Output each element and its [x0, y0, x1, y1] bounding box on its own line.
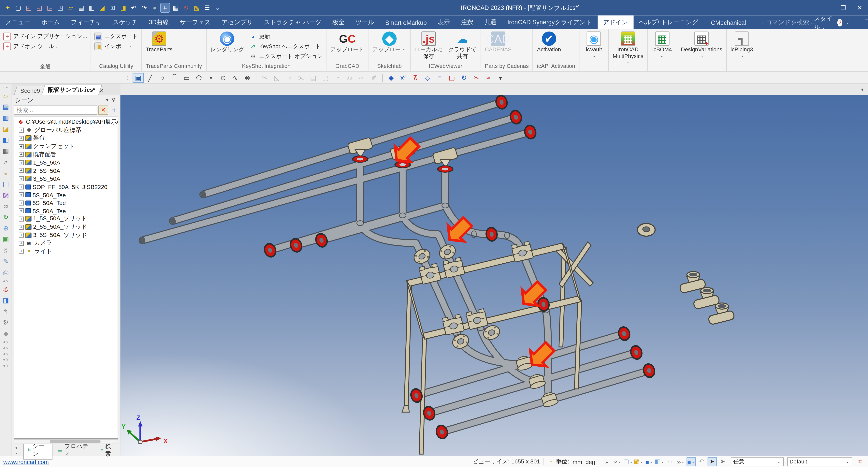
tab-IronCAD Synergyクライアント[interactable]: IronCAD Synergyクライアント	[502, 15, 597, 29]
edit-mode-icon[interactable]: ◧⌄	[655, 457, 664, 466]
open-catalog-icon[interactable]: ▱	[1, 91, 11, 100]
button-KeyShot へエクスポート[interactable]: ⇗KeyShot へエクスポート	[248, 41, 324, 51]
table-icon[interactable]: ▤	[1, 179, 11, 189]
doc-restore-button[interactable]: ❐	[864, 19, 868, 26]
tree-expander[interactable]: +	[19, 232, 24, 238]
scene-browser-icon[interactable]: ⌗	[161, 3, 169, 12]
collapse6[interactable]: ◂ ⋎	[1, 364, 11, 368]
sync-icon[interactable]: ↻	[1, 213, 11, 222]
qat-more-icon[interactable]: ⌄	[213, 3, 222, 12]
wave-icon[interactable]: ≈	[483, 72, 494, 83]
panel-pin-icon[interactable]: ⚲	[110, 97, 117, 103]
tree-item-SOP_FF_50A_5K_JISB2220[interactable]: +SOP_FF_50A_5K_JISB2220	[16, 183, 118, 191]
search-clear-button[interactable]: ✕	[98, 105, 108, 115]
button-icBOM4[interactable]: ▦icBOM4⌄	[649, 30, 675, 59]
help-icon[interactable]: ?	[837, 19, 842, 26]
command-search[interactable]: ○ コマンドを検索...	[759, 15, 814, 29]
solid-mode-icon[interactable]: ■⌄	[644, 457, 654, 466]
doc-minimize-button[interactable]: ─	[853, 19, 860, 26]
cursor-icon[interactable]: ➤	[718, 457, 727, 466]
list-options-icon[interactable]: ☰	[203, 3, 212, 12]
button-アップロード[interactable]: ◆アップロード	[370, 30, 408, 54]
rectangle-tool-icon[interactable]: ▭	[181, 72, 192, 83]
tab-アドイン[interactable]: アドイン	[597, 15, 633, 29]
tab-スケッチ[interactable]: スケッチ	[107, 15, 143, 29]
button-レンダリング[interactable]: ◉レンダリング	[208, 30, 246, 54]
config-combo[interactable]: Default⌄	[787, 457, 852, 466]
tree-item-C:¥Users¥a-mat¥Desktop¥API展示会セッ[interactable]: ❖C:¥Users¥a-mat¥Desktop¥API展示会セッ	[16, 118, 118, 126]
tree-item-クランプセット[interactable]: +クランプセット	[16, 143, 118, 151]
tree-item-既存配管[interactable]: +既存配管	[16, 151, 118, 159]
tree-item-5S_50A_Tee[interactable]: +5S_50A_Tee	[16, 191, 118, 199]
trim-tool-icon[interactable]: ✂	[259, 72, 270, 83]
tree-expander[interactable]: +	[19, 249, 24, 254]
tree-expander[interactable]: +	[19, 184, 24, 189]
button-アドイン アプリケーション...[interactable]: +アドイン アプリケーション...	[2, 32, 89, 41]
refresh-icon[interactable]: ↻	[182, 3, 191, 12]
shaded-mode-icon[interactable]: ▢⌄	[623, 457, 633, 466]
elbow-part-icon[interactable]: ↰	[1, 307, 11, 316]
fillet-tool-icon[interactable]: ◺	[271, 72, 282, 83]
bag-icon[interactable]: ◒	[1, 168, 11, 178]
toolbar-grip[interactable]: ⋮	[125, 75, 129, 80]
tree-item-1_5S_50A[interactable]: +1_5S_50A	[16, 159, 118, 167]
split-tool-icon[interactable]: ⋋	[296, 72, 307, 83]
probe-tool-icon[interactable]: ✐	[369, 72, 379, 83]
tree-expander[interactable]: +	[19, 176, 24, 181]
tab-ヘルプ/ トレーニング[interactable]: ヘルプ/ トレーニング	[633, 15, 704, 29]
anchor-icon[interactable]: ⊼	[410, 72, 421, 83]
undo-icon[interactable]: ↶	[129, 3, 138, 12]
close-button[interactable]: ✕	[851, 1, 868, 15]
tab-ストラクチャ パーツ[interactable]: ストラクチャ パーツ	[258, 15, 327, 29]
tree-expander[interactable]: +	[19, 160, 24, 165]
zoom-icon[interactable]: ⌕	[602, 457, 612, 466]
tree-item-ライト[interactable]: +✦ライト	[16, 247, 118, 255]
doc-preview-icon[interactable]: ◳	[56, 3, 65, 12]
tab-アセンブリ[interactable]: アセンブリ	[216, 15, 258, 29]
button-更新[interactable]: ◕更新	[248, 32, 324, 41]
button-TraceParts[interactable]: ⚙TraceParts	[144, 30, 175, 54]
zoom-select-icon[interactable]: ⌕⌄	[613, 457, 622, 466]
tree-item-カメラ[interactable]: +◙カメラ	[16, 239, 118, 247]
tree-search-input[interactable]: 検索...	[14, 105, 97, 115]
circle-tool-icon[interactable]: ○	[157, 72, 168, 83]
fetch-icon[interactable]: ◨	[119, 3, 128, 12]
arc-tool-icon[interactable]: ⌒	[169, 72, 180, 83]
line-tool-icon[interactable]: ╱	[145, 72, 156, 83]
tree-item-1_5S_50A_ソリッド[interactable]: +1_5S_50A_ソリッド	[16, 215, 118, 223]
viewport-dropdown-icon[interactable]: ▾	[861, 87, 864, 92]
facet-mode-icon[interactable]: ▩⌄	[634, 457, 643, 466]
render-style-icon[interactable]: ■⌄	[686, 457, 696, 466]
collapse1[interactable]: ◂ ⋎	[1, 279, 11, 283]
tree-expander[interactable]: +	[19, 128, 24, 133]
open-recent-icon[interactable]: ◰	[24, 3, 33, 12]
view-undo-icon[interactable]: ↶	[697, 457, 706, 466]
button-DesignVariations[interactable]: ▦DesignVariations⌄	[679, 30, 724, 59]
save-as-icon[interactable]: ▥	[87, 3, 96, 12]
catalog-browser-icon[interactable]: ▦	[1, 146, 11, 156]
button-アップロード[interactable]: GCアップロード	[328, 30, 367, 54]
collapse2[interactable]: ◂ ⋎	[1, 340, 11, 344]
scrollbar-thumb[interactable]	[50, 440, 100, 443]
tree-expander[interactable]: +	[19, 241, 24, 246]
cut-tool-icon[interactable]: ✁	[356, 72, 367, 83]
tree-expander[interactable]: +	[19, 168, 24, 173]
surface-icon[interactable]: ◆	[385, 72, 397, 83]
select-tool-icon[interactable]: ▣	[132, 72, 144, 83]
tab-注釈[interactable]: 注釈	[456, 15, 479, 29]
button-クラウドで-共有[interactable]: ☁クラウドで 共有	[446, 30, 479, 60]
button-CADENAS[interactable]: CADCADENAS	[483, 30, 514, 54]
scissors-red-icon[interactable]: ✂	[471, 72, 482, 83]
insert-part-icon[interactable]: ⊞	[108, 3, 117, 12]
structure-status-icon[interactable]: ⌗	[856, 457, 865, 466]
button-エクスポート[interactable]: ▤エクスポート	[93, 32, 140, 41]
tree-expander[interactable]: +	[19, 152, 24, 157]
tab-共通[interactable]: 共通	[478, 15, 502, 29]
material-icon[interactable]: ▢	[446, 72, 457, 83]
clip-icon[interactable]: §	[1, 246, 11, 255]
tree-expander[interactable]: +	[19, 144, 24, 149]
search-part-icon[interactable]: ⌕	[1, 157, 11, 167]
ironcad-link[interactable]: www.ironcad.com	[3, 458, 49, 465]
tab-メニュー[interactable]: メニュー	[0, 15, 36, 29]
grip[interactable]: ····	[1, 85, 11, 89]
